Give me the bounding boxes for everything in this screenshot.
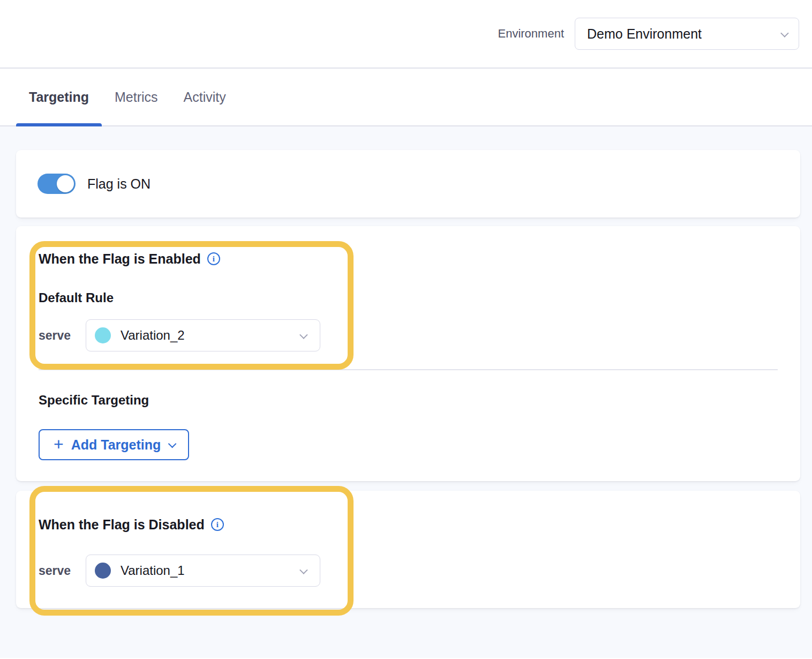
section-divider: [39, 369, 778, 370]
tab-bar: Targeting Metrics Activity: [0, 69, 812, 126]
specific-targeting-label: Specific Targeting: [39, 393, 778, 408]
variation-name: Variation_1: [121, 563, 300, 578]
default-rule-variation-select[interactable]: Variation_2: [86, 319, 320, 351]
default-rule-label: Default Rule: [39, 290, 778, 305]
disabled-variation-select[interactable]: Variation_1: [86, 555, 320, 587]
serve-label: serve: [39, 328, 86, 343]
flag-toggle[interactable]: [37, 174, 76, 194]
chevron-down-icon: [299, 331, 308, 339]
environment-dropdown[interactable]: Demo Environment: [575, 18, 799, 50]
tab-metrics-label: Metrics: [115, 89, 158, 105]
tab-targeting-label: Targeting: [29, 89, 89, 105]
chevron-down-icon: [168, 439, 177, 448]
tab-activity-label: Activity: [184, 89, 226, 105]
enabled-section-title: When the Flag is Enabled: [39, 251, 778, 267]
environment-label: Environment: [498, 27, 564, 41]
flag-state-card: Flag is ON: [16, 150, 800, 218]
info-icon[interactable]: [211, 518, 224, 531]
environment-selected-value: Demo Environment: [587, 26, 781, 42]
disabled-title-text: When the Flag is Disabled: [39, 516, 205, 533]
default-rule-serve-row: serve Variation_2: [39, 319, 778, 351]
page-header: Environment Demo Environment: [0, 0, 812, 69]
disabled-serve-row: serve Variation_1: [39, 555, 778, 587]
variation-name: Variation_2: [121, 328, 300, 343]
tab-activity[interactable]: Activity: [171, 69, 239, 125]
targeting-panel: Flag is ON When the Flag is Enabled Defa…: [0, 126, 812, 658]
serve-label: serve: [39, 564, 86, 578]
disabled-section-title: When the Flag is Disabled: [39, 516, 778, 533]
enabled-title-text: When the Flag is Enabled: [39, 251, 201, 267]
tab-targeting[interactable]: Targeting: [16, 69, 102, 125]
toggle-knob: [57, 175, 74, 192]
variation-color-dot: [95, 563, 111, 579]
flag-state-label: Flag is ON: [87, 176, 151, 192]
add-targeting-button[interactable]: Add Targeting: [39, 429, 189, 460]
add-targeting-label: Add Targeting: [71, 437, 161, 453]
chevron-down-icon: [780, 29, 789, 38]
tab-metrics[interactable]: Metrics: [102, 69, 171, 125]
plus-icon: [54, 436, 64, 453]
variation-color-dot: [95, 327, 111, 343]
chevron-down-icon: [299, 566, 308, 574]
flag-disabled-card: When the Flag is Disabled serve Variatio…: [16, 491, 800, 608]
info-icon[interactable]: [207, 252, 220, 265]
flag-enabled-card: When the Flag is Enabled Default Rule se…: [16, 226, 800, 481]
